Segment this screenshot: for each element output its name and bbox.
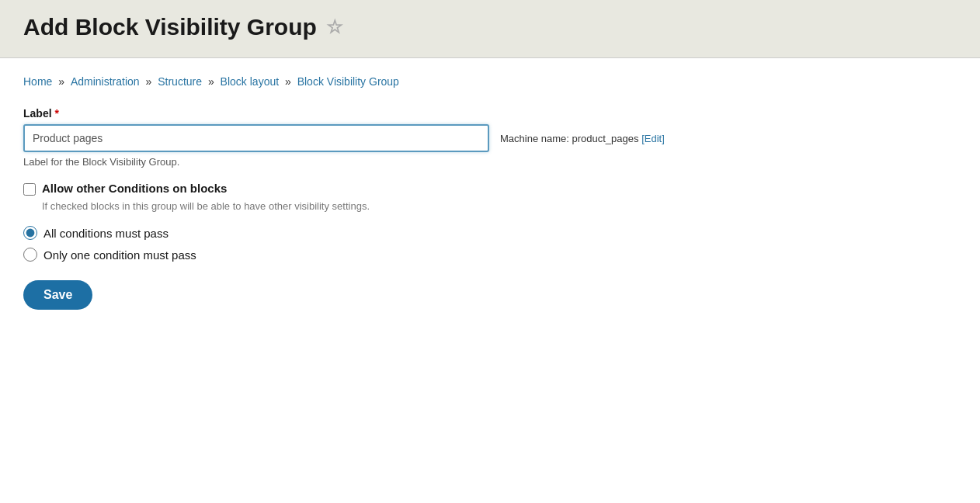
page-title-text: Add Block Visibility Group (23, 14, 317, 40)
breadcrumb-administration-link[interactable]: Administration (71, 75, 140, 88)
save-button[interactable]: Save (23, 280, 92, 310)
breadcrumb-separator-3: » (208, 75, 217, 88)
breadcrumb: Home » Administration » Structure » Bloc… (23, 74, 957, 90)
allow-conditions-form-item: Allow other Conditions on blocks If chec… (23, 182, 957, 212)
allow-conditions-description: If checked blocks in this group will be … (42, 200, 957, 212)
label-field-description: Label for the Block Visibility Group. (23, 156, 957, 168)
page-title: Add Block Visibility Group ☆ (23, 14, 957, 40)
machine-name-display: Machine name: product_pages [Edit] (500, 133, 665, 144)
breadcrumb-separator-2: » (146, 75, 155, 88)
label-input-row: Machine name: product_pages [Edit] (23, 124, 957, 152)
page-header: Add Block Visibility Group ☆ (0, 0, 980, 58)
one-condition-radio-item: Only one condition must pass (23, 248, 957, 262)
label-field-label: Label* (23, 107, 957, 120)
required-marker: * (55, 107, 59, 120)
breadcrumb-separator-4: » (285, 75, 294, 88)
breadcrumb-block-visibility-group-link[interactable]: Block Visibility Group (297, 75, 399, 88)
one-condition-radio-label[interactable]: Only one condition must pass (43, 248, 196, 262)
label-form-item: Label* Machine name: product_pages [Edit… (23, 107, 957, 168)
allow-conditions-checkbox[interactable] (23, 183, 36, 196)
machine-name-edit-link[interactable]: [Edit] (641, 133, 665, 144)
breadcrumb-block-layout-link[interactable]: Block layout (221, 75, 279, 88)
page-content: Home » Administration » Structure » Bloc… (0, 58, 980, 333)
breadcrumb-separator-1: » (58, 75, 68, 88)
one-condition-radio[interactable] (23, 248, 37, 262)
breadcrumb-home-link[interactable]: Home (23, 75, 52, 88)
all-conditions-radio-label[interactable]: All conditions must pass (43, 227, 169, 240)
breadcrumb-structure-link[interactable]: Structure (158, 75, 202, 88)
all-conditions-radio[interactable] (23, 226, 37, 240)
allow-conditions-checkbox-row: Allow other Conditions on blocks (23, 182, 957, 196)
bookmark-star-icon[interactable]: ☆ (326, 16, 343, 38)
condition-pass-radio-group: All conditions must pass Only one condit… (23, 226, 957, 262)
label-input[interactable] (23, 124, 489, 152)
allow-conditions-label[interactable]: Allow other Conditions on blocks (42, 182, 227, 195)
all-conditions-radio-item: All conditions must pass (23, 226, 957, 240)
